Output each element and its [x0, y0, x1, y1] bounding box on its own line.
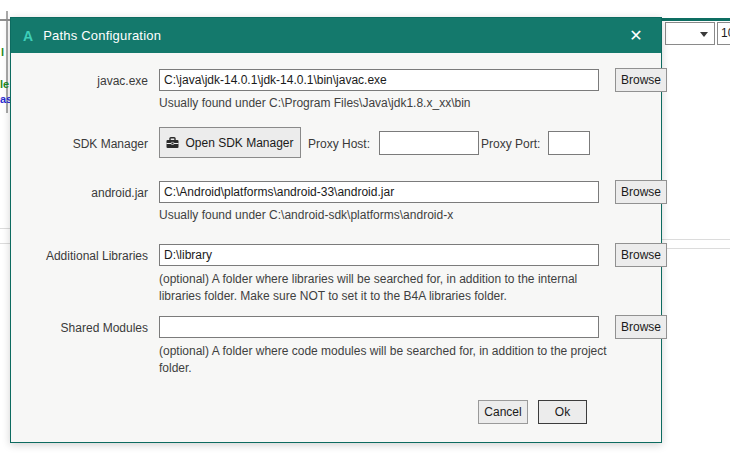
additional-libraries-label: Additional Libraries	[26, 249, 148, 263]
toolbar-number-field[interactable]: 10	[717, 22, 730, 45]
proxy-host-input[interactable]	[379, 131, 479, 155]
code-fragment: l	[1, 47, 4, 58]
javac-hint: Usually found under C:\Program Files\Jav…	[159, 95, 621, 112]
paths-configuration-dialog: A Paths Configuration ✕ javac.exe Browse…	[10, 17, 662, 443]
android-jar-input[interactable]	[159, 181, 599, 203]
android-jar-hint: Usually found under C:\android-sdk\platf…	[159, 207, 621, 224]
open-sdk-manager-label: Open SDK Manager	[185, 136, 293, 150]
cancel-button[interactable]: Cancel	[478, 400, 528, 424]
javac-path-input[interactable]	[159, 69, 599, 91]
open-sdk-manager-button[interactable]: Open SDK Manager	[159, 127, 301, 158]
bg-separator	[0, 228, 10, 229]
dialog-title: Paths Configuration	[43, 28, 161, 43]
shared-modules-hint: (optional) A folder where code modules w…	[159, 343, 621, 377]
bg-separator	[662, 239, 730, 240]
close-icon[interactable]: ✕	[619, 18, 653, 53]
javac-label: javac.exe	[26, 74, 148, 88]
chevron-down-icon	[700, 32, 708, 37]
android-jar-browse-button[interactable]: Browse	[615, 180, 667, 204]
sdk-manager-label: SDK Manager	[26, 137, 148, 151]
toolbar-dropdown[interactable]	[665, 22, 715, 45]
javac-browse-button[interactable]: Browse	[615, 68, 667, 92]
shared-modules-input[interactable]	[159, 316, 599, 338]
bg-separator	[662, 248, 730, 249]
proxy-host-label: Proxy Host:	[308, 137, 370, 151]
additional-libraries-browse-button[interactable]: Browse	[615, 243, 667, 267]
panel-border	[0, 19, 10, 21]
android-jar-label: android.jar	[26, 186, 148, 200]
additional-libraries-input[interactable]	[159, 244, 599, 266]
toolbox-icon	[166, 137, 179, 149]
shared-modules-label: Shared Modules	[26, 321, 148, 335]
proxy-port-input[interactable]	[548, 131, 590, 155]
ok-button[interactable]: Ok	[538, 400, 587, 424]
app-logo-icon: A	[23, 28, 33, 44]
shared-modules-browse-button[interactable]: Browse	[615, 315, 667, 339]
code-fragment: le	[0, 79, 9, 90]
bg-separator	[0, 243, 10, 244]
dialog-titlebar[interactable]: A Paths Configuration ✕	[11, 18, 661, 53]
additional-libraries-hint: (optional) A folder where libraries will…	[159, 271, 621, 305]
proxy-port-label: Proxy Port:	[481, 137, 540, 151]
